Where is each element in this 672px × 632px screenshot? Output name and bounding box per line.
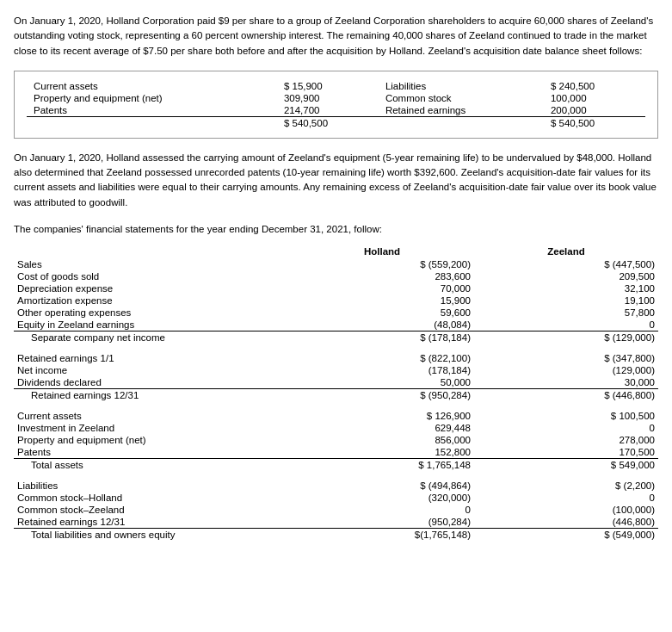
bs-current-assets-value: $ 15,900 [277, 80, 379, 92]
table-row: Retained earnings 12/31 (950,284) (446,8… [14, 516, 658, 529]
is-net-income-label: Separate company net income [14, 331, 290, 344]
table-row: Equity in Zeeland earnings (48,084) 0 [14, 319, 658, 331]
second-paragraph: On January 1, 2020, Holland assessed the… [14, 151, 658, 210]
is-sales-zeeland: $ (447,500) [474, 258, 658, 270]
col-label-header [14, 245, 290, 258]
table-row: Investment in Zeeland 629,448 0 [14, 422, 658, 434]
is-net-income-zeeland: $ (129,000) [474, 331, 658, 344]
bs-cs-zeeland-holland: 0 [290, 504, 474, 516]
bs-ppe-label: Property and equipment (net) [27, 92, 277, 104]
bs-cs-holland-holland: (320,000) [290, 492, 474, 504]
re-opening-label: Retained earnings 1/1 [14, 352, 290, 364]
is-depreciation-label: Depreciation expense [14, 282, 290, 294]
re-closing-holland: $ (950,284) [290, 389, 474, 402]
table-row: Cost of goods sold 283,600 209,500 [14, 270, 658, 282]
bs-total-assets-zeeland: $ 549,000 [474, 459, 658, 472]
bs-retained-earnings-value: 200,000 [544, 104, 645, 117]
table-row: Dividends declared 50,000 30,000 [14, 376, 658, 389]
bs-liabilities-holland: $ (494,864) [290, 480, 474, 492]
bs-total-assets-label: Total assets [14, 459, 290, 472]
table-row: Retained earnings 1/1 $ (822,100) $ (347… [14, 352, 658, 364]
bs-total-label-left [27, 116, 277, 129]
bs-common-stock-label: Common stock [379, 92, 544, 104]
bs-liabilities-label: Liabilities [379, 80, 544, 92]
re-net-income-zeeland: (129,000) [474, 364, 658, 376]
re-dividends-holland: 50,000 [290, 376, 474, 389]
bs-re-closing-label2: Retained earnings 12/31 [14, 516, 290, 529]
table-row: Property and equipment (net) 856,000 278… [14, 434, 658, 446]
bs-total-label-right [379, 116, 544, 129]
bs-cs-holland-label: Common stock–Holland [14, 492, 290, 504]
is-equity-label: Equity in Zeeland earnings [14, 319, 290, 331]
bs-total-value-left: $ 540,500 [277, 116, 379, 129]
bs-total-le-label: Total liabilities and owners equity [14, 529, 290, 542]
bs-ppe-zeeland: 278,000 [474, 434, 658, 446]
intro-paragraph: On January 1, 2020, Holland Corporation … [14, 14, 658, 59]
bs-retained-earnings-label: Retained earnings [379, 104, 544, 117]
bs-ppe-holland: 856,000 [290, 434, 474, 446]
bs-total-assets-holland: $ 1,765,148 [290, 459, 474, 472]
is-equity-zeeland: 0 [474, 319, 658, 331]
is-cogs-label: Cost of goods sold [14, 270, 290, 282]
col-zeeland-header: Zeeland [474, 245, 658, 258]
re-opening-holland: $ (822,100) [290, 352, 474, 364]
is-amortization-holland: 15,900 [290, 294, 474, 307]
table-row: Patents 152,800 170,500 [14, 446, 658, 459]
bs-common-stock-value: 100,000 [544, 92, 645, 104]
balance-sheet: Current assets $ 15,900 Liabilities $ 24… [14, 71, 658, 139]
is-other-holland: 59,600 [290, 307, 474, 319]
is-amortization-label: Amortization expense [14, 294, 290, 307]
bs-liabilities-zeeland: $ (2,200) [474, 480, 658, 492]
bs-investment-holland: 629,448 [290, 422, 474, 434]
is-depreciation-zeeland: 32,100 [474, 282, 658, 294]
bs-investment-zeeland: 0 [474, 422, 658, 434]
table-row: Current assets $ 126,900 $ 100,500 [14, 410, 658, 422]
bs-investment-label: Investment in Zeeland [14, 422, 290, 434]
re-opening-zeeland: $ (347,800) [474, 352, 658, 364]
is-sales-label: Sales [14, 258, 290, 270]
table-row: Total assets $ 1,765,148 $ 549,000 [14, 459, 658, 472]
table-row: Sales $ (559,200) $ (447,500) [14, 258, 658, 270]
bs-cs-zeeland-zeeland: (100,000) [474, 504, 658, 516]
table-row: Liabilities $ (494,864) $ (2,200) [14, 480, 658, 492]
bs-re-closing-zeeland2: (446,800) [474, 516, 658, 529]
table-row: Other operating expenses 59,600 57,800 [14, 307, 658, 319]
re-closing-zeeland: $ (446,800) [474, 389, 658, 402]
table-row: Separate company net income $ (178,184) … [14, 331, 658, 344]
bs-patents-value: 214,700 [277, 104, 379, 117]
bs-total-value-right: $ 540,500 [544, 116, 645, 129]
bs-current-assets-label: Current assets [27, 80, 277, 92]
bs-cs-holland-zeeland: 0 [474, 492, 658, 504]
financial-statements-intro: The companies' financial statements for … [14, 222, 658, 237]
col-holland-header: Holland [290, 245, 474, 258]
bs-patents-label2: Patents [14, 446, 290, 459]
table-row: Total liabilities and owners equity $(1,… [14, 529, 658, 542]
is-equity-holland: (48,084) [290, 319, 474, 331]
bs-current-assets-label2: Current assets [14, 410, 290, 422]
is-other-label: Other operating expenses [14, 307, 290, 319]
bs-ppe-value: 309,900 [277, 92, 379, 104]
bs-re-closing-holland2: (950,284) [290, 516, 474, 529]
re-dividends-label: Dividends declared [14, 376, 290, 389]
table-row: Common stock–Zeeland 0 (100,000) [14, 504, 658, 516]
is-depreciation-holland: 70,000 [290, 282, 474, 294]
is-cogs-zeeland: 209,500 [474, 270, 658, 282]
bs-patents-holland: 152,800 [290, 446, 474, 459]
re-closing-label: Retained earnings 12/31 [14, 389, 290, 402]
bs-patents-zeeland: 170,500 [474, 446, 658, 459]
table-row: Net income (178,184) (129,000) [14, 364, 658, 376]
is-amortization-zeeland: 19,100 [474, 294, 658, 307]
bs-ppe-label2: Property and equipment (net) [14, 434, 290, 446]
table-row: Depreciation expense 70,000 32,100 [14, 282, 658, 294]
bs-patents-label: Patents [27, 104, 277, 117]
bs-liabilities-value: $ 240,500 [544, 80, 645, 92]
bs-current-assets-zeeland: $ 100,500 [474, 410, 658, 422]
table-row: Common stock–Holland (320,000) 0 [14, 492, 658, 504]
is-sales-holland: $ (559,200) [290, 258, 474, 270]
re-dividends-zeeland: 30,000 [474, 376, 658, 389]
re-net-income-holland: (178,184) [290, 364, 474, 376]
is-net-income-holland: $ (178,184) [290, 331, 474, 344]
table-row: Amortization expense 15,900 19,100 [14, 294, 658, 307]
bs-total-le-holland: $(1,765,148) [290, 529, 474, 542]
is-other-zeeland: 57,800 [474, 307, 658, 319]
